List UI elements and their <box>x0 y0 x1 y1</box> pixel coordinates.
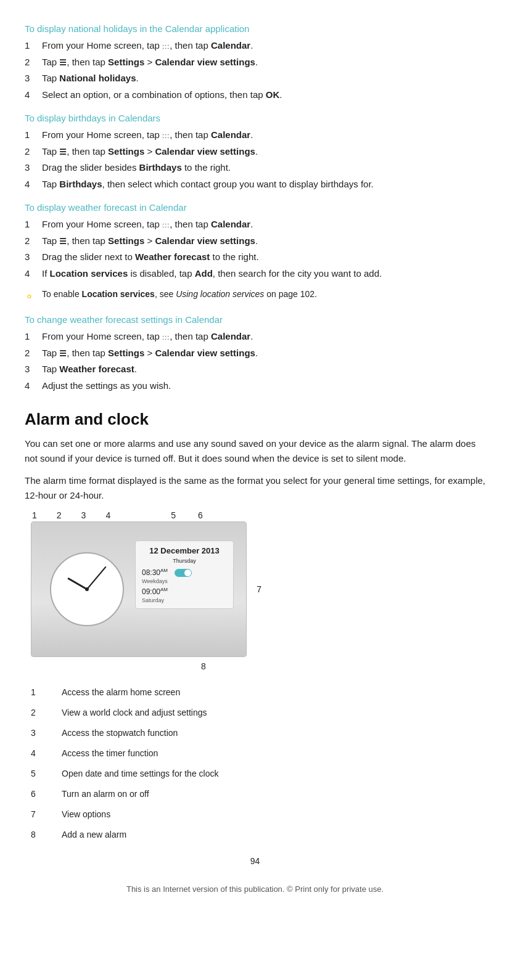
change-weather-section: To change weather forecast settings in C… <box>25 314 485 393</box>
step-number: 4 <box>25 88 42 102</box>
callout-2: 2 <box>57 510 62 520</box>
step-number: 2 <box>25 55 42 70</box>
step-item: 2 Tap ☰, then tap Settings > Calendar vi… <box>25 234 485 248</box>
step-number: 1 <box>25 128 42 142</box>
menu-icon: ☰ <box>59 348 67 360</box>
step-number: 4 <box>25 379 42 393</box>
step-number: 4 <box>25 178 42 192</box>
step-item: 1 From your Home screen, tap :::, then t… <box>25 218 485 232</box>
step-item: 4 Adjust the settings as you wish. <box>25 379 485 393</box>
step-number: 2 <box>25 234 42 248</box>
legend-desc: View options <box>62 804 485 825</box>
callout-6: 6 <box>198 510 203 520</box>
step-text: If Location services is disabled, tap Ad… <box>42 267 485 281</box>
callout-numbers-top: 1 2 3 4 5 6 <box>25 510 284 520</box>
callout-1: 1 <box>32 510 37 520</box>
phone-mockup: 12 December 2013Thursday 08:30AM Weekday… <box>25 521 247 657</box>
step-number: 3 <box>25 161 42 175</box>
step-text: Tap ☰, then tap Settings > Calendar view… <box>42 145 485 159</box>
alarm-label-2: Saturday <box>142 597 227 603</box>
tip-box: ⚬ To enable Location services, see Using… <box>25 289 485 303</box>
legend-row: 4 Access the timer function <box>25 743 485 764</box>
change-weather-heading: To change weather forecast settings in C… <box>25 314 485 325</box>
step-text: From your Home screen, tap :::, then tap… <box>42 128 485 142</box>
callout-8: 8 <box>123 661 284 671</box>
national-holidays-heading: To display national holidays in the Cale… <box>25 23 485 34</box>
legend-row: 8 Add a new alarm <box>25 825 485 845</box>
callout-3: 3 <box>81 510 86 520</box>
step-text: Drag the slider besides Birthdays to the… <box>42 161 485 175</box>
step-item: 4 Select an option, or a combination of … <box>25 88 485 102</box>
legend-desc: View a world clock and adjust settings <box>62 703 485 723</box>
alarm-image-area: 1 2 3 4 5 6 12 December 2013Thur <box>25 510 284 671</box>
step-item: 4 Tap Birthdays, then select which conta… <box>25 178 485 192</box>
step-number: 4 <box>25 267 42 281</box>
legend-num: 5 <box>25 764 62 784</box>
alarm-para-2: The alarm time format displayed is the s… <box>25 473 485 503</box>
clock-center <box>85 587 89 591</box>
page-footer: This is an Internet version of this publ… <box>25 884 485 894</box>
step-text: Tap ☰, then tap Settings > Calendar view… <box>42 234 485 248</box>
alarm-toggle-1 <box>175 569 192 577</box>
step-number: 1 <box>25 218 42 232</box>
grid-icon: ::: <box>162 220 170 231</box>
legend-desc: Access the alarm home screen <box>62 682 485 703</box>
phone-screen: 12 December 2013Thursday 08:30AM Weekday… <box>31 521 247 657</box>
callout-7: 7 <box>257 584 261 594</box>
step-item: 2 Tap ☰, then tap Settings > Calendar vi… <box>25 145 485 159</box>
legend-desc: Add a new alarm <box>62 825 485 845</box>
step-number: 3 <box>25 362 42 377</box>
step-text: Tap ☰, then tap Settings > Calendar view… <box>42 55 485 70</box>
weather-forecast-heading: To display weather forecast in Calendar <box>25 202 485 213</box>
step-text: From your Home screen, tap :::, then tap… <box>42 330 485 344</box>
legend-table: 1 Access the alarm home screen 2 View a … <box>25 682 485 845</box>
step-item: 3 Drag the slider next to Weather foreca… <box>25 250 485 264</box>
step-item: 1 From your Home screen, tap :::, then t… <box>25 128 485 142</box>
birthdays-steps: 1 From your Home screen, tap :::, then t… <box>25 128 485 191</box>
menu-icon: ☰ <box>59 146 67 158</box>
menu-icon: ☰ <box>59 235 67 248</box>
alarm-panel: 12 December 2013Thursday 08:30AM Weekday… <box>135 541 234 609</box>
step-number: 1 <box>25 39 42 53</box>
step-text: Select an option, or a combination of op… <box>42 88 485 102</box>
step-item: 4 If Location services is disabled, tap … <box>25 267 485 281</box>
grid-icon: ::: <box>162 41 170 52</box>
legend-row: 3 Access the stopwatch function <box>25 723 485 743</box>
legend-num: 8 <box>25 825 62 845</box>
step-text: Tap Weather forecast. <box>42 362 485 377</box>
step-item: 1 From your Home screen, tap :::, then t… <box>25 39 485 53</box>
legend-row: 1 Access the alarm home screen <box>25 682 485 703</box>
birthdays-section: To display birthdays in Calendars 1 From… <box>25 113 485 191</box>
legend-num: 4 <box>25 743 62 764</box>
step-item: 3 Tap Weather forecast. <box>25 362 485 377</box>
step-number: 2 <box>25 145 42 159</box>
screen-inner: 12 December 2013Thursday 08:30AM Weekday… <box>31 522 246 656</box>
national-holidays-steps: 1 From your Home screen, tap :::, then t… <box>25 39 485 102</box>
tip-icon: ⚬ <box>25 290 38 303</box>
step-text: Adjust the settings as you wish. <box>42 379 485 393</box>
weather-forecast-section: To display weather forecast in Calendar … <box>25 202 485 303</box>
menu-icon: ☰ <box>59 57 67 69</box>
alarm-label-1: Weekdays <box>142 578 227 584</box>
step-text: Drag the slider next to Weather forecast… <box>42 250 485 264</box>
legend-row: 7 View options <box>25 804 485 825</box>
legend-num: 3 <box>25 723 62 743</box>
tip-text: To enable Location services, see Using l… <box>42 289 317 299</box>
legend-num: 6 <box>25 784 62 804</box>
alarm-para-1: You can set one or more alarms and use a… <box>25 436 485 466</box>
national-holidays-section: To display national holidays in the Cale… <box>25 23 485 102</box>
step-item: 3 Drag the slider besides Birthdays to t… <box>25 161 485 175</box>
weather-forecast-steps: 1 From your Home screen, tap :::, then t… <box>25 218 485 280</box>
step-text: Tap National holidays. <box>42 71 485 86</box>
step-number: 2 <box>25 346 42 361</box>
clock-minute-hand <box>86 566 106 590</box>
legend-desc: Open date and time settings for the cloc… <box>62 764 485 784</box>
callout-spacer: 5 <box>171 510 176 520</box>
step-number: 1 <box>25 330 42 344</box>
callout-4: 4 <box>105 510 110 520</box>
alarm-time-2: 09:00AM <box>142 587 227 596</box>
alarm-section: Alarm and clock You can set one or more … <box>25 410 485 845</box>
step-text: From your Home screen, tap :::, then tap… <box>42 218 485 232</box>
step-item: 1 From your Home screen, tap :::, then t… <box>25 330 485 344</box>
step-text: From your Home screen, tap :::, then tap… <box>42 39 485 53</box>
